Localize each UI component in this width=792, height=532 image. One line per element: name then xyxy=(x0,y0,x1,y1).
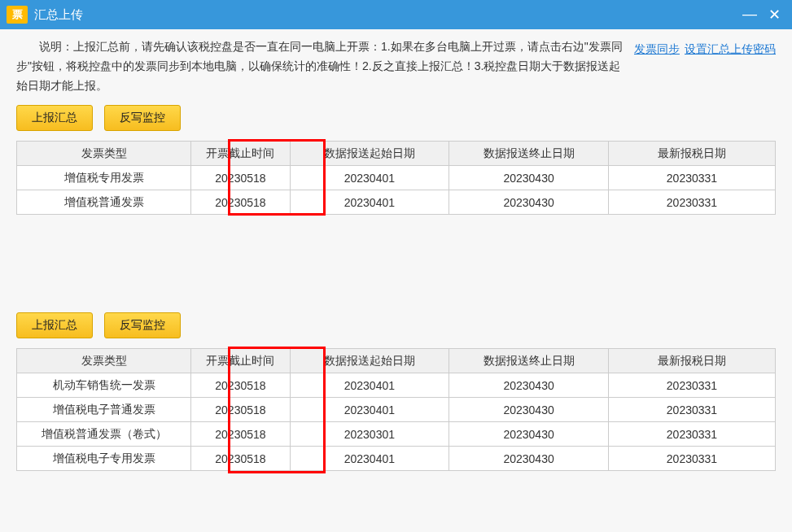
table-row: 增值税电子普通发票2023051820230401202304302023033… xyxy=(17,398,776,422)
window-controls: — ✕ xyxy=(742,6,785,24)
cell-end: 20230430 xyxy=(449,190,609,215)
table-row: 增值税普通发票20230518202304012023043020230331 xyxy=(17,190,776,215)
button-row-2: 上报汇总 反写监控 xyxy=(16,312,776,338)
table-row: 增值税专用发票20230518202304012023043020230331 xyxy=(17,166,776,190)
cell-latest: 20230331 xyxy=(608,422,775,447)
titlebar: 票 汇总上传 — ✕ xyxy=(0,0,792,29)
report-summary-button[interactable]: 上报汇总 xyxy=(16,105,93,131)
table-header-row: 发票类型 开票截止时间 数据报送起始日期 数据报送终止日期 最新报税日期 xyxy=(17,349,776,373)
cell-end: 20230430 xyxy=(449,398,609,422)
invoice-table-2: 发票类型 开票截止时间 数据报送起始日期 数据报送终止日期 最新报税日期 机动车… xyxy=(16,348,776,471)
cell-type: 增值税电子专用发票 xyxy=(17,447,191,471)
col-deadline: 开票截止时间 xyxy=(191,349,290,373)
cell-type: 增值税专用发票 xyxy=(17,166,191,190)
minimize-icon[interactable]: — xyxy=(742,6,757,24)
col-start-date: 数据报送起始日期 xyxy=(290,349,449,373)
cell-type: 机动车销售统一发票 xyxy=(17,373,191,398)
cell-latest: 20230331 xyxy=(608,190,775,215)
col-invoice-type: 发票类型 xyxy=(17,349,191,373)
cell-type: 增值税普通发票（卷式） xyxy=(17,422,191,447)
cell-latest: 20230331 xyxy=(608,373,775,398)
cell-latest: 20230331 xyxy=(608,447,775,471)
table-row: 增值税电子专用发票2023051820230401202304302023033… xyxy=(17,447,776,471)
cell-deadline: 20230518 xyxy=(191,447,290,471)
cell-end: 20230430 xyxy=(449,422,609,447)
instructions-text: 说明：上报汇总前，请先确认该税控盘是否一直在同一电脑上开票：1.如果在多台电脑上… xyxy=(16,37,626,95)
cell-type: 增值税电子普通发票 xyxy=(17,398,191,422)
table-header-row: 发票类型 开票截止时间 数据报送起始日期 数据报送终止日期 最新报税日期 xyxy=(17,142,776,166)
col-latest-date: 最新报税日期 xyxy=(608,349,775,373)
cell-latest: 20230331 xyxy=(608,398,775,422)
cell-end: 20230430 xyxy=(449,166,609,190)
report-summary-button[interactable]: 上报汇总 xyxy=(16,312,93,338)
cell-start: 20230401 xyxy=(290,166,449,190)
table-1-wrapper: 发票类型 开票截止时间 数据报送起始日期 数据报送终止日期 最新报税日期 增值税… xyxy=(16,141,776,215)
instructions-row: 说明：上报汇总前，请先确认该税控盘是否一直在同一电脑上开票：1.如果在多台电脑上… xyxy=(16,37,776,95)
cell-type: 增值税普通发票 xyxy=(17,190,191,215)
cell-end: 20230430 xyxy=(449,373,609,398)
set-upload-password-link[interactable]: 设置汇总上传密码 xyxy=(685,42,776,57)
cell-latest: 20230331 xyxy=(608,166,775,190)
col-deadline: 开票截止时间 xyxy=(191,142,290,166)
header-links: 发票同步 设置汇总上传密码 xyxy=(634,42,776,57)
button-row-1: 上报汇总 反写监控 xyxy=(16,105,776,131)
table-2-wrapper: 发票类型 开票截止时间 数据报送起始日期 数据报送终止日期 最新报税日期 机动车… xyxy=(16,348,776,471)
cell-deadline: 20230518 xyxy=(191,422,290,447)
cell-start: 20230401 xyxy=(290,398,449,422)
cell-end: 20230430 xyxy=(449,447,609,471)
cell-start: 20230401 xyxy=(290,447,449,471)
app-icon: 票 xyxy=(7,6,28,24)
col-invoice-type: 发票类型 xyxy=(17,142,191,166)
table-row: 机动车销售统一发票2023051820230401202304302023033… xyxy=(17,373,776,398)
invoice-table-1: 发票类型 开票截止时间 数据报送起始日期 数据报送终止日期 最新报税日期 增值税… xyxy=(16,141,776,215)
cell-start: 20230401 xyxy=(290,373,449,398)
col-end-date: 数据报送终止日期 xyxy=(449,349,609,373)
invoice-sync-link[interactable]: 发票同步 xyxy=(634,42,680,57)
cell-deadline: 20230518 xyxy=(191,398,290,422)
col-end-date: 数据报送终止日期 xyxy=(449,142,609,166)
rewrite-monitor-button[interactable]: 反写监控 xyxy=(104,312,181,338)
cell-start: 20230301 xyxy=(290,422,449,447)
close-icon[interactable]: ✕ xyxy=(768,6,781,24)
rewrite-monitor-button[interactable]: 反写监控 xyxy=(104,105,181,131)
cell-deadline: 20230518 xyxy=(191,373,290,398)
cell-deadline: 20230518 xyxy=(191,190,290,215)
content-area: 说明：上报汇总前，请先确认该税控盘是否一直在同一电脑上开票：1.如果在多台电脑上… xyxy=(0,29,792,479)
table-row: 增值税普通发票（卷式）20230518202303012023043020230… xyxy=(17,422,776,447)
window-title: 汇总上传 xyxy=(34,7,742,23)
cell-start: 20230401 xyxy=(290,190,449,215)
col-start-date: 数据报送起始日期 xyxy=(290,142,449,166)
col-latest-date: 最新报税日期 xyxy=(608,142,775,166)
cell-deadline: 20230518 xyxy=(191,166,290,190)
